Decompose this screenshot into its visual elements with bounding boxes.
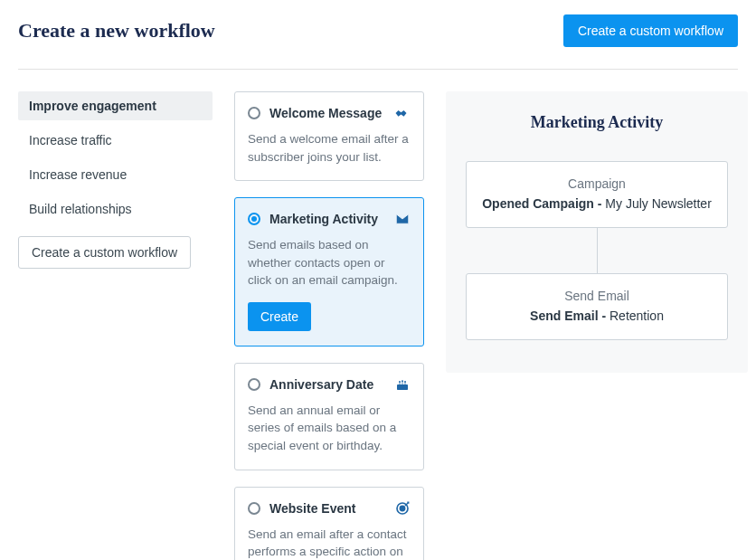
sidebar-item-build-relationships[interactable]: Build relationships [18, 195, 213, 223]
card-head: Anniversary Date [248, 376, 411, 393]
workflow-cards: Welcome Message Send a welcome email aft… [234, 91, 424, 560]
svg-point-2 [402, 380, 403, 382]
handshake-icon [394, 105, 411, 121]
sidebar-item-increase-revenue[interactable]: Increase revenue [18, 160, 213, 189]
svg-rect-6 [405, 383, 406, 384]
card-welcome-message[interactable]: Welcome Message Send a welcome email aft… [234, 91, 424, 181]
node-detail: Send Email - Retention [481, 308, 713, 323]
card-marketing-activity[interactable]: Marketing Activity Send emails based on … [234, 197, 424, 346]
workflow-node-send-email: Send Email Send Email - Retention [466, 273, 728, 340]
radio-icon[interactable] [248, 213, 260, 225]
card-anniversary-date[interactable]: Anniversary Date Send an annual email or… [234, 363, 424, 470]
radio-icon[interactable] [248, 107, 260, 119]
card-head: Marketing Activity [248, 211, 411, 227]
main-columns: Improve engagement Increase traffic Incr… [18, 91, 738, 560]
card-title: Anniversary Date [269, 377, 389, 392]
card-desc: Send emails based on whether contacts op… [248, 236, 411, 289]
card-desc: Send an annual email or series of emails… [248, 402, 411, 455]
node-connector [597, 228, 598, 273]
sidebar-item-increase-traffic[interactable]: Increase traffic [18, 126, 213, 155]
envelope-icon [394, 211, 411, 227]
svg-rect-5 [402, 382, 403, 384]
card-head: Website Event [248, 500, 411, 517]
sidebar: Improve engagement Increase traffic Incr… [18, 91, 213, 269]
create-custom-workflow-button-sidebar[interactable]: Create a custom workflow [18, 236, 191, 269]
workflow-node-campaign: Campaign Opened Campaign - My July Newsl… [466, 161, 728, 228]
card-desc: Send an email after a contact performs a… [248, 526, 411, 561]
svg-point-1 [399, 381, 401, 383]
card-title: Welcome Message [269, 106, 389, 120]
preview-title: Marketing Activity [531, 113, 663, 132]
node-detail: Opened Campaign - My July Newsletter [481, 196, 713, 211]
card-title: Marketing Activity [269, 212, 389, 226]
svg-point-8 [400, 506, 404, 510]
node-type: Campaign [481, 176, 713, 191]
page-title: Create a new workflow [18, 19, 215, 43]
create-button[interactable]: Create [248, 302, 311, 331]
card-website-event[interactable]: Website Event Send an email after a cont… [234, 487, 424, 561]
target-icon [394, 500, 411, 517]
radio-icon[interactable] [248, 378, 260, 391]
svg-rect-0 [397, 384, 408, 390]
workflow-preview: Marketing Activity Campaign Opened Campa… [446, 91, 748, 373]
sidebar-item-improve-engagement[interactable]: Improve engagement [18, 91, 213, 120]
card-head: Welcome Message [248, 105, 411, 121]
cake-icon [394, 376, 411, 393]
radio-icon[interactable] [248, 502, 260, 515]
page-header: Create a new workflow Create a custom wo… [18, 14, 738, 70]
create-custom-workflow-button-top[interactable]: Create a custom workflow [563, 14, 738, 47]
card-desc: Send a welcome email after a subscriber … [248, 130, 411, 166]
node-type: Send Email [481, 289, 713, 303]
card-title: Website Event [269, 501, 389, 516]
svg-rect-4 [400, 383, 401, 384]
svg-point-3 [404, 381, 406, 383]
